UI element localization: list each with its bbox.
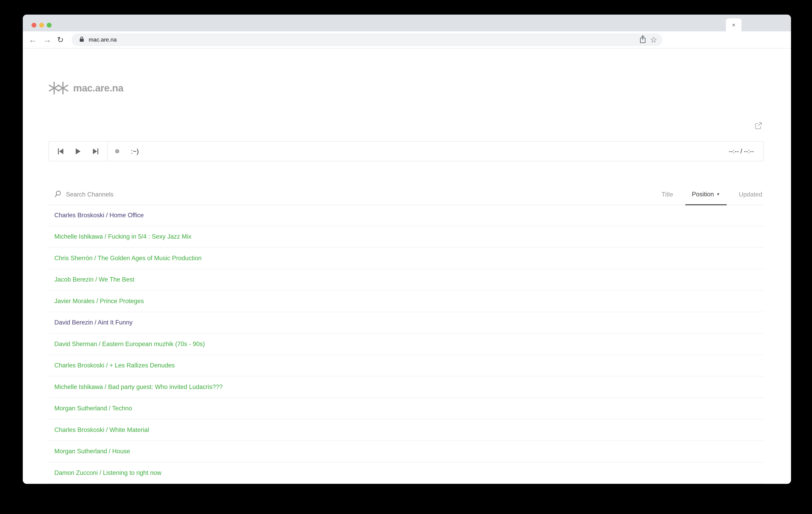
- minimize-window-button[interactable]: [39, 23, 44, 28]
- channel-list-item[interactable]: Javier Morales / Prince Proteges: [48, 291, 764, 312]
- channel-list-item[interactable]: David Berezin / Aint It Funny: [48, 312, 764, 334]
- browser-window: × ← → ↻ mac.are.na ☆: [23, 14, 791, 484]
- channel-link[interactable]: Morgan Sutherland / Techno: [54, 405, 132, 412]
- browser-tab[interactable]: ×: [726, 19, 742, 31]
- channel-link[interactable]: Michelle Ishikawa / Fucking in 5/4 : Sex…: [54, 233, 192, 240]
- browser-toolbar: ← → ↻ mac.are.na ☆: [23, 31, 791, 49]
- play-icon[interactable]: [73, 144, 84, 158]
- channel-link[interactable]: Michelle Ishikawa / Bad party guest: Who…: [54, 384, 223, 391]
- channel-list-item[interactable]: Morgan Sutherland / Techno: [48, 398, 764, 420]
- channel-list-item[interactable]: Michelle Ishikawa / Bad party guest: Who…: [48, 376, 764, 398]
- sort-tab-title[interactable]: Title: [655, 184, 679, 205]
- channel-list-item[interactable]: Damon Zucconi / Listening to right now: [48, 462, 764, 484]
- next-track-icon[interactable]: [90, 144, 101, 158]
- search-input[interactable]: [65, 191, 206, 198]
- channel-link[interactable]: Damon Zucconi / Listening to right now: [54, 469, 162, 477]
- time-display: --:-- / --:--: [729, 148, 763, 155]
- channel-link[interactable]: Chris Sherrón / The Golden Ages of Music…: [54, 254, 202, 262]
- site-logo[interactable]: mac.are.na: [48, 79, 123, 97]
- chevron-down-icon: ▼: [716, 192, 720, 196]
- url-text[interactable]: mac.are.na: [89, 36, 117, 43]
- traffic-lights: [32, 23, 52, 28]
- channel-link[interactable]: David Sherman / Eastern European muzhik …: [54, 340, 205, 347]
- channel-link[interactable]: Charles Broskoski / Home Office: [54, 212, 144, 219]
- audio-player: :~) --:-- / --:--: [48, 141, 764, 161]
- close-window-button[interactable]: [32, 23, 36, 28]
- player-status: :~) --:-- / --:--: [108, 142, 763, 161]
- sort-tab-updated[interactable]: Updated: [732, 184, 764, 205]
- channel-list-item[interactable]: Charles Broskoski / White Material: [48, 419, 764, 441]
- tab-strip: ×: [23, 14, 791, 31]
- channel-link[interactable]: Javier Morales / Prince Proteges: [54, 298, 144, 305]
- lock-icon[interactable]: [79, 36, 84, 43]
- channel-list-item[interactable]: Michelle Ishikawa / Fucking in 5/4 : Sex…: [48, 226, 764, 248]
- channel-list-item[interactable]: Charles Broskoski / Home Office: [48, 205, 764, 226]
- sort-tabs: Title Position ▼ Updated: [655, 184, 764, 205]
- channel-link[interactable]: David Berezin / Aint It Funny: [54, 319, 133, 326]
- channel-list-item[interactable]: Jacob Berezin / We The Best: [48, 269, 764, 291]
- channel-list-item[interactable]: Chris Sherrón / The Golden Ages of Music…: [48, 248, 764, 269]
- sort-tab-position[interactable]: Position ▼: [685, 184, 727, 205]
- search-icon: [54, 190, 61, 199]
- channel-link[interactable]: Jacob Berezin / We The Best: [54, 276, 134, 283]
- now-playing-text: :~): [131, 148, 139, 155]
- channel-list: Charles Broskoski / Home OfficeMichelle …: [48, 205, 764, 484]
- search-sort-row: Title Position ▼ Updated: [48, 184, 764, 205]
- forward-icon[interactable]: →: [43, 35, 52, 44]
- channel-list-item[interactable]: Charles Broskoski / + Les Rallizes Denud…: [48, 355, 764, 376]
- channel-link[interactable]: Charles Broskoski / White Material: [54, 426, 149, 433]
- page-content: mac.are.na: [23, 49, 791, 484]
- page-title: mac.are.na: [73, 82, 123, 94]
- channel-list-item[interactable]: Morgan Sutherland / House: [48, 441, 764, 462]
- previous-track-icon[interactable]: [55, 144, 66, 158]
- arena-stars-icon: [48, 82, 69, 95]
- tab-close-icon[interactable]: ×: [732, 22, 735, 28]
- channel-link[interactable]: Charles Broskoski / + Les Rallizes Denud…: [54, 362, 175, 369]
- reload-icon[interactable]: ↻: [56, 36, 65, 44]
- status-dot-icon: [115, 149, 119, 153]
- share-icon[interactable]: [640, 35, 646, 44]
- bookmark-star-icon[interactable]: ☆: [650, 36, 657, 44]
- back-icon[interactable]: ←: [28, 35, 37, 44]
- channel-list-item[interactable]: David Sherman / Eastern European muzhik …: [48, 333, 764, 355]
- address-bar[interactable]: mac.are.na ☆: [71, 33, 662, 46]
- zoom-window-button[interactable]: [47, 23, 52, 28]
- external-link-icon[interactable]: [755, 122, 762, 129]
- transport-controls: [49, 142, 108, 161]
- channel-link[interactable]: Morgan Sutherland / House: [54, 448, 130, 455]
